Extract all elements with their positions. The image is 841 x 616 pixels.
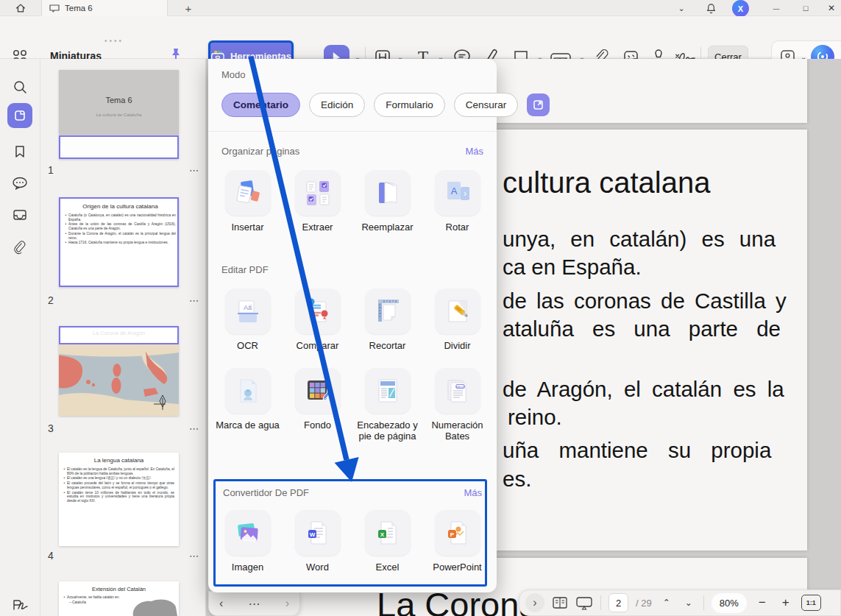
next-page-button[interactable] [681,598,696,608]
new-tab-button[interactable] [181,1,196,15]
rail-thumbnails-button[interactable] [7,103,32,128]
mode-comentario[interactable]: Comentario [221,93,300,117]
bell-icon [706,3,717,14]
pager-back-icon[interactable] [219,597,223,610]
mode-edicion[interactable]: Edición [309,93,365,117]
convertidor-mas-link[interactable]: Más [464,487,482,498]
statusbar-separator [703,595,704,610]
thumb2-more-icon[interactable]: ⋯ [189,295,199,306]
thumb2-bullet: Cataluña (o Catalunya, en catalán) es un… [65,213,176,222]
mode-formulario[interactable]: Formulario [374,93,445,117]
thumb4-bullet: El catalán tiene 10 millones de hablante… [63,490,174,503]
organizar-mas-link[interactable]: Más [465,146,483,157]
page-number: 1 [48,164,54,176]
tool-ocr[interactable]: Aa OCR [215,288,280,351]
tool-rotar[interactable]: A › Rotar [425,170,490,233]
tool-excel[interactable]: X Excel [355,510,420,573]
thumbnails-icon [13,109,26,122]
thumb1-row: 1 ⋯ [48,164,199,176]
user-avatar[interactable]: X [732,0,749,17]
viewport-indicator[interactable] [59,135,179,159]
rail-signature-button[interactable] [10,595,30,615]
background-icon [302,375,334,407]
rail-comments-button[interactable] [10,173,30,194]
rail-search-button[interactable] [10,77,30,97]
tool-recortar[interactable]: Recortar [355,288,420,351]
tool-insertar[interactable]: Insertar [215,170,280,233]
pager-forward-icon[interactable] [285,597,289,610]
thumb1-title: Tema 6 [59,96,179,105]
app-window: Tema 6 X •••• Miniaturas Herrami [0,0,841,616]
titlebar-chevron-down-icon[interactable] [674,1,689,15]
tool-powerpoint[interactable]: P PowerPoint [425,510,490,573]
header-footer-icon [372,375,404,407]
external-link-icon [533,99,544,110]
tool-word[interactable]: W Word [285,510,350,573]
actual-size-button[interactable]: 1:1 [801,595,821,611]
zoom-in-button[interactable] [778,595,794,610]
page-number-input[interactable]: 2 [608,593,628,612]
main-toolbar: •••• Miniaturas Herramientas T [0,16,841,59]
tool-encabezado[interactable]: Encabezado y pie de página [355,368,420,442]
bates-numbering-icon: 000123 [441,375,474,407]
previous-page-button[interactable] [659,598,674,608]
minimize-button[interactable] [765,0,787,16]
replace-pages-icon [372,177,404,209]
svg-text:›: › [464,188,466,199]
tool-comparar[interactable]: Comparar [285,288,350,351]
viewport-indicator[interactable] [59,326,179,344]
tool-marca-de-agua[interactable]: Marca de agua [215,368,280,442]
search-icon [13,79,27,94]
thumbnail-page-2[interactable]: Origen de la cultura catalana Cataluña (… [59,197,179,287]
tool-numeracion-bates[interactable]: 000123 Numeración Bates [425,368,490,442]
image-convert-icon [232,517,264,549]
crop-icon [372,295,404,328]
presentation-icon[interactable] [575,595,593,610]
page-number: 2 [48,294,54,306]
svg-text:A: A [450,185,457,197]
word-convert-icon: W [302,517,334,549]
home-icon [15,2,26,14]
thumbnail-page-1[interactable]: Tema 6 La cultura de Cataluña [59,70,179,135]
thumb4-more-icon[interactable]: ⋯ [189,550,199,562]
mode-chips: Comentario Edición Formulario Censurar [221,93,550,117]
doc-line: de Aragón, el catalán es la [503,377,784,402]
powerpoint-convert-icon: P [441,517,474,549]
thumbnail-page-4[interactable]: La lengua catalana El catalán es la leng… [59,453,179,546]
rail-bookmarks-button[interactable] [10,141,30,162]
tool-fondo[interactable]: Fondo [285,368,350,442]
thumbnail-page-5[interactable]: Extensión del Catalán Actualmente, se ha… [59,581,179,616]
maximize-button[interactable] [795,0,817,16]
thumb3-more-icon[interactable]: ⋯ [189,423,199,434]
rotate-pages-icon: A › [441,177,474,209]
open-external-mode-button[interactable] [527,93,550,116]
thumb5-bullet: Actualmente, se habla catalán en: [63,595,133,600]
tools-dropdown-panel: Modo Comentario Edición Formulario Censu… [208,59,497,592]
excel-convert-icon: X [372,517,404,549]
sidebar-rail [0,59,40,616]
zoom-out-button[interactable] [754,595,770,610]
svg-text:P: P [450,531,454,538]
zoom-level[interactable]: 80% [712,593,747,613]
editar-tools-row-1: Aa OCR Comparar [215,288,490,351]
convertidor-title: Convertidor De PDF [223,487,309,498]
thumb1-more-icon[interactable]: ⋯ [189,165,199,176]
document-tab[interactable]: Tema 6 [41,0,168,16]
mode-censurar[interactable]: Censurar [454,93,519,117]
tool-extraer[interactable]: Extraer [285,170,350,233]
rail-attachments-button[interactable] [10,237,30,258]
thumb4-bullet: El catalán es una lengua /语言/ y no un di… [63,476,174,481]
notifications-button[interactable] [703,1,718,15]
tool-reemplazar[interactable]: Reemplazar [355,170,420,233]
tool-dividir[interactable]: Dividir [425,288,490,351]
doc-line: de las coronas de Castilla y [503,288,787,314]
expand-statusbar-button[interactable] [525,593,544,612]
thumb4-row: 4 ⋯ [48,550,199,562]
tool-imagen[interactable]: Imagen [215,510,280,573]
panel-drag-handle[interactable]: •••• [104,37,124,45]
page-view-icon[interactable] [552,596,568,609]
home-button[interactable] [10,1,31,15]
rail-pages-button[interactable] [10,205,30,225]
close-window-button[interactable] [820,0,841,16]
pager-more-icon[interactable] [249,597,260,611]
